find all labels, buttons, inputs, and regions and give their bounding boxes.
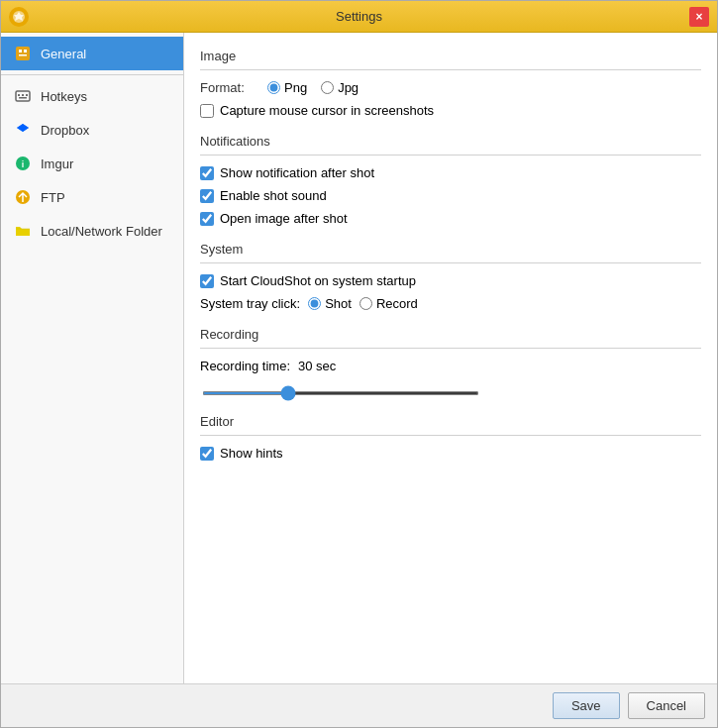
recording-section-header: Recording (200, 327, 701, 342)
sidebar-item-ftp[interactable]: FTP (1, 180, 183, 214)
sidebar-label-general: General (41, 47, 86, 61)
show-hints-row: Show hints (200, 446, 701, 461)
notifications-section-header: Notifications (200, 134, 701, 149)
sidebar: General Hotkeys (1, 33, 184, 683)
sidebar-item-imgur[interactable]: i Imgur (1, 147, 183, 180)
sidebar-item-hotkeys[interactable]: Hotkeys (1, 79, 183, 113)
format-radio-group: Png Jpg (267, 80, 359, 95)
settings-window: Settings × General (0, 0, 718, 728)
tray-shot-label: Shot (325, 296, 352, 311)
tray-click-label: System tray click: (200, 296, 300, 311)
editor-section-divider (200, 435, 701, 436)
slider-container (200, 383, 701, 398)
tray-shot-radio[interactable] (308, 297, 321, 310)
capture-cursor-checkbox[interactable] (200, 104, 214, 118)
dropbox-icon (13, 120, 33, 140)
capture-cursor-row: Capture mouse cursor in screenshots (200, 103, 701, 118)
notifications-section-divider (200, 155, 701, 156)
sidebar-item-local-folder[interactable]: Local/Network Folder (1, 214, 183, 248)
enable-sound-checkbox[interactable] (200, 189, 214, 203)
svg-rect-9 (19, 97, 27, 99)
main-content: Image Format: Png Jpg (184, 33, 717, 683)
save-button[interactable]: Save (553, 692, 620, 719)
footer: Save Cancel (1, 683, 717, 727)
enable-sound-row: Enable shot sound (200, 188, 701, 203)
tray-record-option[interactable]: Record (359, 296, 418, 311)
sidebar-label-ftp: FTP (41, 190, 65, 205)
editor-section: Editor Show hints (200, 414, 701, 461)
open-image-checkbox[interactable] (200, 212, 214, 226)
notifications-section: Notifications Show notification after sh… (200, 134, 701, 226)
startup-row: Start CloudShot on system startup (200, 273, 701, 288)
general-icon (13, 44, 33, 63)
svg-rect-2 (19, 50, 22, 52)
svg-rect-8 (26, 94, 28, 96)
sidebar-item-general[interactable]: General (1, 37, 183, 70)
format-jpg-label: Jpg (338, 80, 359, 95)
window-body: General Hotkeys (1, 33, 717, 683)
cancel-button[interactable]: Cancel (628, 692, 705, 719)
format-png-label: Png (284, 80, 307, 95)
recording-time-label: Recording time: (200, 359, 290, 373)
svg-rect-1 (16, 47, 30, 60)
app-icon (9, 7, 29, 27)
system-section-header: System (200, 242, 701, 257)
recording-section-divider (200, 348, 701, 349)
startup-checkbox[interactable] (200, 274, 214, 288)
system-section: System Start CloudShot on system startup… (200, 242, 701, 311)
tray-record-label: Record (376, 296, 418, 311)
svg-rect-7 (22, 94, 24, 96)
sidebar-item-dropbox[interactable]: Dropbox (1, 113, 183, 147)
format-jpg-option[interactable]: Jpg (321, 80, 359, 95)
show-hints-label: Show hints (220, 446, 283, 461)
capture-cursor-label: Capture mouse cursor in screenshots (220, 103, 434, 118)
sidebar-label-imgur: Imgur (41, 156, 73, 171)
window-title: Settings (29, 9, 689, 24)
format-png-radio[interactable] (267, 81, 280, 94)
close-button[interactable]: × (689, 7, 709, 27)
show-notification-label: Show notification after shot (220, 165, 374, 180)
recording-time-slider[interactable] (202, 391, 479, 395)
sidebar-label-local-folder: Local/Network Folder (41, 224, 162, 239)
sidebar-divider-1 (1, 74, 183, 75)
show-notification-row: Show notification after shot (200, 165, 701, 180)
format-row: Format: Png Jpg (200, 80, 701, 95)
format-label: Format: (200, 80, 259, 95)
svg-rect-6 (18, 94, 20, 96)
enable-sound-label: Enable shot sound (220, 188, 327, 203)
titlebar: Settings × (1, 1, 717, 33)
ftp-icon (13, 187, 33, 207)
svg-rect-3 (24, 50, 27, 52)
sidebar-label-dropbox: Dropbox (41, 123, 89, 138)
open-image-row: Open image after shot (200, 211, 701, 226)
recording-time-value: 30 sec (298, 359, 336, 373)
tray-record-radio[interactable] (359, 297, 372, 310)
show-notification-checkbox[interactable] (200, 166, 214, 180)
image-section-divider (200, 69, 701, 70)
folder-icon (13, 221, 33, 241)
format-png-option[interactable]: Png (267, 80, 307, 95)
show-hints-checkbox[interactable] (200, 447, 214, 461)
startup-label: Start CloudShot on system startup (220, 273, 416, 288)
sidebar-label-hotkeys: Hotkeys (41, 89, 87, 104)
format-jpg-radio[interactable] (321, 81, 334, 94)
tray-shot-option[interactable]: Shot (308, 296, 352, 311)
tray-click-row: System tray click: Shot Record (200, 296, 701, 311)
image-section: Image Format: Png Jpg (200, 49, 701, 118)
hotkeys-icon (13, 86, 33, 106)
imgur-icon: i (13, 154, 33, 173)
open-image-label: Open image after shot (220, 211, 348, 226)
editor-section-header: Editor (200, 414, 701, 429)
system-section-divider (200, 262, 701, 263)
image-section-header: Image (200, 49, 701, 63)
svg-text:i: i (22, 159, 25, 169)
recording-section: Recording Recording time: 30 sec (200, 327, 701, 398)
svg-rect-4 (19, 54, 27, 56)
recording-time-row: Recording time: 30 sec (200, 359, 701, 373)
